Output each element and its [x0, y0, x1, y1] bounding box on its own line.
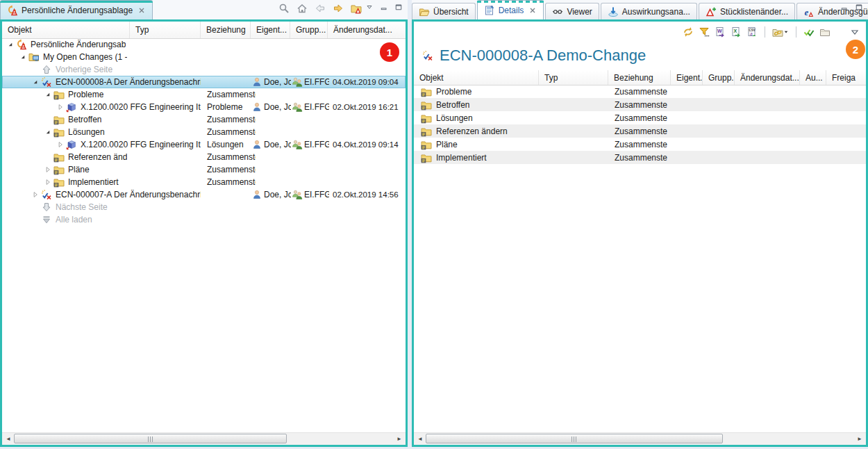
- column-header[interactable]: Grupp...: [290, 22, 328, 38]
- collapse-icon[interactable]: [45, 128, 53, 136]
- scroll-left-arrow[interactable]: ◄: [3, 433, 14, 444]
- tab-label: Übersicht: [433, 7, 469, 17]
- collapse-icon[interactable]: [33, 78, 41, 86]
- expand-icon[interactable]: [58, 103, 66, 111]
- table-row[interactable]: Pläne Zusammenste: [414, 138, 866, 151]
- expand-icon[interactable]: [58, 140, 66, 149]
- collapse-icon[interactable]: [8, 40, 16, 49]
- back-button[interactable]: [315, 3, 326, 14]
- maximize-button[interactable]: [394, 3, 403, 11]
- column-header[interactable]: Eigent...: [251, 22, 290, 38]
- column-header[interactable]: Grupp...: [703, 70, 735, 85]
- exp-open-icon: [42, 90, 53, 99]
- filter-button[interactable]: [699, 26, 710, 38]
- column-header[interactable]: Au...: [800, 70, 826, 85]
- table-row[interactable]: Implementiert Zusammenste: [414, 151, 866, 164]
- relation-cell: Probleme: [201, 101, 256, 113]
- load-all-icon: [41, 214, 52, 225]
- tree-row-label: ECN-000007-A Der Änderungsbenachri: [56, 190, 201, 199]
- column-header[interactable]: Eigent...: [671, 70, 703, 85]
- view-menu-button[interactable]: [849, 26, 860, 38]
- forward-button[interactable]: [333, 3, 344, 14]
- scroll-thumb[interactable]: [14, 434, 287, 443]
- exp-open-icon: [42, 128, 53, 136]
- tab-persoenliche-aenderungsablage[interactable]: Persönliche Änderungsablage: [0, 0, 153, 19]
- collapse-icon[interactable]: [20, 53, 28, 61]
- left-window-controls: [365, 3, 403, 11]
- expand-icon[interactable]: [45, 178, 53, 186]
- link-folder-button[interactable]: [772, 26, 789, 38]
- table-row[interactable]: Betroffen Zusammenste: [414, 98, 866, 111]
- search-button[interactable]: [278, 3, 290, 14]
- close-icon[interactable]: [137, 6, 146, 15]
- column-header[interactable]: Freiga: [826, 70, 864, 85]
- exp-open-icon: [17, 53, 28, 61]
- tree-row[interactable]: PläneZusammenste: [2, 163, 406, 176]
- scroll-left-arrow[interactable]: ◄: [415, 433, 426, 444]
- collapse-icon[interactable]: [45, 90, 53, 99]
- scroll-right-arrow[interactable]: ►: [854, 433, 865, 444]
- tree-row[interactable]: ImplementiertZusammenste: [2, 176, 406, 188]
- tree-row[interactable]: ECN-000008-A Der ÄnderungsbenachriDoe, J…: [2, 76, 406, 88]
- indent: [33, 203, 41, 211]
- expand-icon[interactable]: [45, 165, 53, 174]
- tree-row[interactable]: ECN-000007-A Der ÄnderungsbenachriDoe, J…: [2, 188, 406, 201]
- column-header[interactable]: Typ: [130, 22, 201, 38]
- column-header[interactable]: Beziehung: [201, 22, 251, 38]
- table-row[interactable]: Referenzen ändern Zusammenste: [414, 124, 866, 138]
- tree-row[interactable]: LösungenZusammenste: [2, 126, 406, 138]
- export-word-button[interactable]: [715, 26, 726, 38]
- tree-row[interactable]: Nächste Seite: [2, 201, 406, 213]
- left-hscrollbar[interactable]: ◄ ►: [2, 432, 406, 445]
- tab-st-cklisten-nder[interactable]: Stücklistenänder...: [699, 3, 795, 19]
- export-excel-button[interactable]: [731, 26, 742, 38]
- item-icon: [66, 139, 77, 150]
- tree-row[interactable]: X.1200.0020 FFG Engineering IteLösungenD…: [2, 138, 406, 151]
- column-header[interactable]: Änderungsdat...: [735, 70, 800, 85]
- minimize-button[interactable]: [840, 3, 849, 11]
- tree-row[interactable]: Persönliche Änderungsab: [2, 38, 406, 51]
- table-row[interactable]: Probleme Zusammenste: [414, 85, 866, 98]
- tab-label: Persönliche Änderungsablage: [22, 6, 133, 15]
- export-csv-button[interactable]: [746, 26, 758, 38]
- column-header[interactable]: Objekt: [2, 22, 130, 38]
- validate-button[interactable]: [803, 26, 815, 38]
- column-header[interactable]: Änderungsdat...: [328, 22, 406, 38]
- tab-viewer[interactable]: Viewer: [545, 3, 599, 19]
- export-csv-icon: [746, 26, 758, 38]
- column-header[interactable]: Objekt: [414, 70, 539, 85]
- table-row[interactable]: Lösungen Zusammenste: [414, 111, 866, 124]
- view-menu-icon: [365, 3, 374, 11]
- minimize-button[interactable]: [380, 3, 388, 11]
- folder-plain-button[interactable]: [819, 26, 831, 38]
- view-menu-button[interactable]: [365, 3, 374, 11]
- tab-bersicht[interactable]: Übersicht: [412, 3, 476, 19]
- maximize-button[interactable]: [855, 3, 863, 11]
- close-icon[interactable]: [528, 6, 537, 15]
- right-hscrollbar[interactable]: ◄ ►: [414, 432, 866, 445]
- row-label: Referenzen ändern: [436, 126, 508, 136]
- home-button[interactable]: [297, 3, 308, 14]
- tree-row[interactable]: X.1200.0020 FFG Engineering IteProblemeD…: [2, 101, 406, 113]
- tab-auswirkungsana[interactable]: Auswirkungsana...: [601, 3, 697, 19]
- column-header[interactable]: Typ: [539, 70, 608, 85]
- tree-row[interactable]: BetroffenZusammenste: [2, 113, 406, 126]
- tree-row[interactable]: Vorherige Seite: [2, 63, 406, 76]
- expand-icon[interactable]: [33, 190, 41, 199]
- tree-row[interactable]: ProblemeZusammenste: [2, 88, 406, 101]
- arrow-up-icon: [41, 64, 52, 75]
- scroll-right-arrow[interactable]: ►: [394, 433, 405, 444]
- link-folder-icon: [772, 26, 783, 38]
- my-changes-icon: [28, 51, 40, 63]
- tree-row[interactable]: Referenzen ändZusammenste: [2, 151, 406, 163]
- right-column-headers: ObjektTypBeziehungEigent...Grupp...Änder…: [414, 70, 866, 85]
- open-change-folder-button[interactable]: [351, 3, 362, 14]
- scroll-thumb[interactable]: [426, 434, 723, 443]
- tree-row[interactable]: Alle laden: [2, 213, 406, 226]
- tab-details[interactable]: Details: [477, 0, 544, 19]
- tree-row[interactable]: My Open Changes (1 -: [2, 51, 406, 63]
- right-tab-bar: Übersicht Details Viewer Auswirkungsana.…: [412, 0, 868, 19]
- row-label: Implementiert: [436, 153, 487, 163]
- column-header[interactable]: Beziehung: [608, 70, 671, 85]
- refresh-button[interactable]: [683, 26, 694, 38]
